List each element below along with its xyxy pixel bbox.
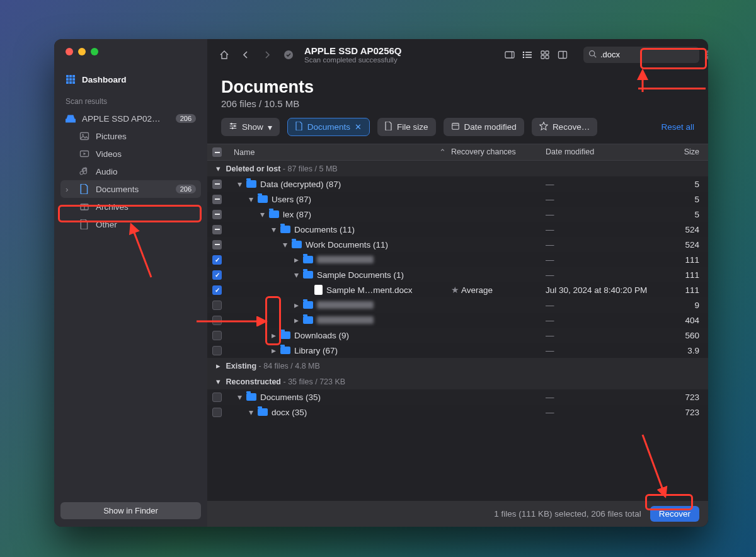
row-checkbox[interactable]	[212, 195, 222, 204]
home-icon[interactable]	[219, 49, 230, 60]
disclosure-icon[interactable]: ▾	[260, 209, 265, 219]
preview-pane-icon[interactable]	[557, 49, 568, 60]
row-checkbox[interactable]	[212, 316, 222, 325]
table-row[interactable]: ▸ —9	[207, 297, 708, 313]
table-row[interactable]: Sample M…ment.docx★ AverageJul 30, 2024 …	[207, 282, 708, 297]
minimize-dot-icon[interactable]	[78, 48, 86, 55]
table-row[interactable]: ▸ —404	[207, 313, 708, 328]
columns-view-icon[interactable]	[504, 49, 515, 60]
reset-all-link[interactable]: Reset all	[661, 122, 694, 132]
table-row[interactable]: ▾ Work Documents (11)—524	[207, 237, 708, 252]
disclosure-icon[interactable]: ▾	[272, 224, 277, 234]
forward-icon[interactable]	[261, 49, 273, 60]
row-date: —	[546, 346, 554, 355]
show-in-finder-button[interactable]: Show in Finder	[60, 502, 201, 519]
column-size[interactable]: Size	[665, 147, 699, 157]
search-field[interactable]: ✕	[583, 47, 699, 63]
column-recovery[interactable]: Recovery chances	[451, 147, 546, 157]
row-checkbox[interactable]	[212, 255, 222, 265]
table-row[interactable]: ▾ Sample Documents (1)—111	[207, 267, 708, 282]
row-checkbox[interactable]	[212, 346, 222, 355]
sidebar-item-pictures[interactable]: Pictures	[60, 127, 201, 145]
filter-documents[interactable]: Documents ✕	[287, 118, 370, 136]
row-checkbox[interactable]	[212, 210, 222, 219]
disclosure-icon[interactable]: ▾	[283, 239, 288, 250]
table-row[interactable]: ▾ Documents (11)—524	[207, 222, 708, 237]
disclosure-icon[interactable]: ▸	[272, 345, 277, 355]
row-checkbox[interactable]	[212, 301, 222, 310]
column-date[interactable]: Date modified	[546, 147, 665, 157]
disclosure-icon[interactable]: ▾	[238, 179, 243, 189]
file-icon	[314, 285, 323, 295]
documents-icon	[79, 184, 89, 194]
row-checkbox[interactable]	[212, 393, 222, 402]
row-checkbox[interactable]	[212, 408, 222, 417]
table-row[interactable]: ▾ Users (87)—5	[207, 192, 708, 207]
sidebar-dashboard[interactable]: Dashboard	[60, 71, 201, 88]
row-name: Documents (35)	[260, 393, 321, 402]
folder-icon	[269, 210, 279, 218]
grid-view-icon[interactable]	[539, 49, 551, 60]
select-all-checkbox[interactable]	[212, 147, 222, 157]
row-checkbox[interactable]	[212, 285, 222, 295]
sidebar-item-audio[interactable]: Audio	[60, 163, 201, 180]
section-existing[interactable]: ▸ Existing - 84 files / 4.8 MB	[207, 358, 708, 374]
section-deleted[interactable]: ▾ Deleted or lost - 87 files / 5 MB	[207, 161, 708, 176]
close-dot-icon[interactable]	[66, 48, 73, 55]
page-subtitle: 206 files / 10.5 MB	[221, 98, 694, 109]
section-reconstructed[interactable]: ▾ Reconstructed - 35 files / 723 KB	[207, 374, 708, 389]
table-row[interactable]: ▾ docx (35)—723	[207, 405, 708, 420]
document-icon	[295, 122, 303, 132]
table-row[interactable]: ▸ Library (67)—3.9	[207, 343, 708, 358]
table-row[interactable]: ▸ —111	[207, 252, 708, 267]
row-checkbox[interactable]	[212, 270, 222, 280]
filter-date-modified[interactable]: Date modified	[444, 118, 524, 136]
sidebar-item-documents[interactable]: ›Documents206	[60, 180, 201, 198]
column-name[interactable]: Name	[234, 148, 255, 157]
table-row[interactable]: ▾ lex (87)—5	[207, 207, 708, 222]
section-existing-label: Existing	[226, 362, 256, 370]
svg-rect-23	[541, 51, 544, 54]
row-size: 524	[665, 240, 699, 250]
table-row[interactable]: ▾ Documents (35)—723	[207, 389, 708, 405]
table-body: ▾ Deleted or lost - 87 files / 5 MB ▾ Da…	[207, 161, 708, 501]
filter-documents-label: Documents	[307, 122, 350, 132]
sidebar-item-archives[interactable]: Archives	[60, 198, 201, 215]
table-row[interactable]: ▾ Data (decrypted) (87)—5	[207, 176, 708, 192]
back-icon[interactable]	[240, 49, 251, 60]
svg-rect-10	[81, 133, 89, 140]
row-date: —	[546, 255, 554, 265]
zoom-dot-icon[interactable]	[91, 48, 98, 55]
disclosure-icon[interactable]: ▾	[294, 270, 299, 280]
section-deleted-stats: 87 files / 5 MB	[287, 164, 337, 173]
folder-icon	[280, 331, 290, 339]
row-checkbox[interactable]	[212, 240, 222, 250]
recover-button[interactable]: Recover	[650, 506, 699, 522]
table-row[interactable]: ▸ Downloads (9)—560	[207, 328, 708, 343]
disclosure-icon[interactable]: ▸	[294, 300, 299, 310]
sidebar-item-videos[interactable]: Videos	[60, 145, 201, 163]
filter-recovery[interactable]: Recove…	[532, 118, 597, 136]
disclosure-icon[interactable]: ▸	[272, 330, 277, 340]
row-checkbox[interactable]	[212, 331, 222, 340]
file-icon	[385, 122, 392, 132]
sidebar-item-other[interactable]: Other	[60, 215, 201, 233]
clear-search-icon[interactable]: ✕	[706, 50, 708, 60]
archives-icon	[79, 202, 89, 212]
disclosure-icon[interactable]: ▾	[249, 407, 254, 417]
sidebar-disk[interactable]: APPLE SSD AP02… 206	[60, 110, 201, 127]
filter-documents-close-icon[interactable]: ✕	[355, 122, 362, 132]
disclosure-icon[interactable]: ▾	[238, 392, 243, 402]
svg-rect-7	[69, 81, 72, 84]
filter-file-size[interactable]: File size	[377, 118, 436, 136]
disclosure-icon[interactable]: ▾	[249, 194, 254, 204]
filter-show[interactable]: Show ▾	[221, 118, 280, 136]
sidebar-disk-label: APPLE SSD AP02…	[82, 114, 161, 123]
list-view-icon[interactable]	[522, 49, 533, 60]
svg-line-30	[594, 55, 596, 57]
disclosure-icon[interactable]: ▸	[294, 315, 299, 325]
search-input[interactable]	[600, 50, 706, 59]
row-checkbox[interactable]	[212, 180, 222, 189]
row-checkbox[interactable]	[212, 225, 222, 234]
disclosure-icon[interactable]: ▸	[294, 255, 299, 265]
